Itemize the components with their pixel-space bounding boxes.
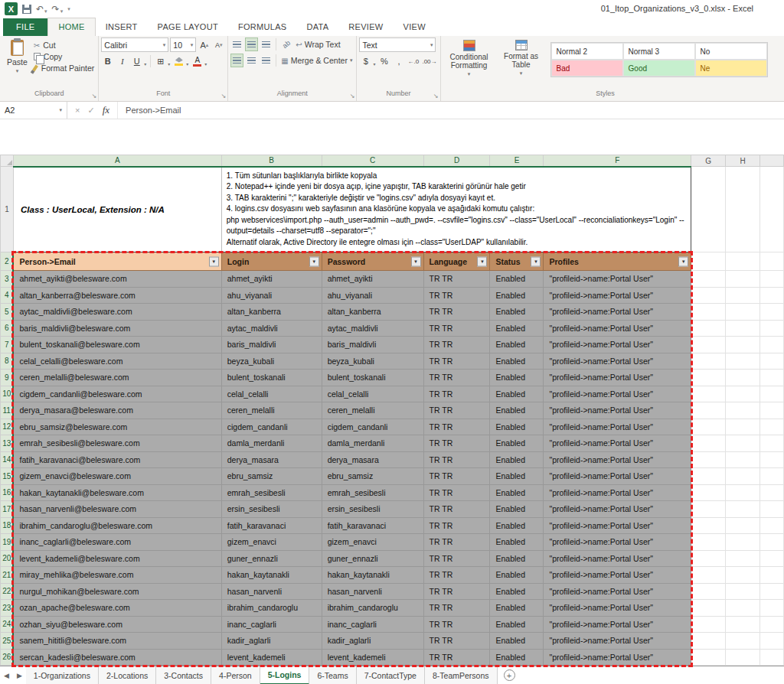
sheet-tab-7-contacttype[interactable]: 7-ContactType	[357, 666, 425, 684]
table-header-password[interactable]: Password▼	[322, 252, 423, 271]
cell-D8[interactable]: TR TR	[423, 353, 490, 370]
cell-F12[interactable]: "profileid->name:Portal User"	[544, 419, 691, 435]
cell-empty[interactable]	[691, 534, 726, 551]
cell-B14[interactable]: derya_masara	[221, 451, 322, 468]
cell-A25[interactable]: sanem_hititli@belesware.com	[13, 633, 221, 650]
cell-A11[interactable]: derya_masara@belesware.com	[13, 402, 221, 419]
cell-E9[interactable]: Enabled	[490, 370, 544, 386]
ribbon-tab-formulas[interactable]: FORMULAS	[228, 18, 297, 36]
cell-A26[interactable]: sercan_kadesli@belesware.com	[13, 649, 221, 666]
cell-empty[interactable]	[691, 304, 726, 321]
cell-F19[interactable]: "profileid->name:Portal User"	[544, 534, 691, 551]
cell-B6[interactable]: aytac_maldivli	[221, 320, 322, 337]
cell-A23[interactable]: ozan_apache@belesware.com	[13, 600, 221, 617]
cell-E16[interactable]: Enabled	[490, 484, 544, 501]
cell-style-bad[interactable]: Bad	[551, 60, 623, 77]
underline-button[interactable]: U	[130, 54, 143, 68]
enter-button[interactable]: ✓	[87, 106, 94, 116]
redo-button[interactable]: ↷▾	[52, 4, 64, 15]
column-header-A[interactable]: A	[13, 155, 221, 167]
cell-empty[interactable]	[726, 402, 760, 419]
cell-empty[interactable]	[691, 320, 726, 337]
ribbon-tab-insert[interactable]: INSERT	[96, 18, 148, 36]
cell-empty[interactable]	[691, 402, 726, 419]
cell-F5[interactable]: "profileid->name:Portal User"	[544, 304, 691, 321]
cell-A7[interactable]: bulent_toskanali@belesware.com	[13, 337, 221, 353]
cell-D5[interactable]: TR TR	[423, 304, 490, 321]
cell-D10[interactable]: TR TR	[423, 386, 490, 402]
cell-D26[interactable]: TR TR	[423, 649, 490, 666]
filter-dropdown-button[interactable]: ▼	[411, 256, 421, 266]
cell-C22[interactable]: hasan_narvenli	[322, 583, 423, 600]
cell-E14[interactable]: Enabled	[490, 451, 544, 468]
cell-A12[interactable]: ebru_samsiz@belesware.com	[13, 419, 221, 435]
cell-B21[interactable]: hakan_kaytanakli	[221, 567, 322, 584]
cell-A10[interactable]: cigdem_candanli@belesware.com	[13, 386, 221, 402]
column-header-filler[interactable]	[760, 155, 784, 167]
paste-button[interactable]: Paste ▾	[2, 37, 32, 77]
cell-C4[interactable]: ahu_viyanali	[322, 287, 423, 304]
cell-empty[interactable]	[760, 320, 784, 337]
sheet-tab-1-organizations[interactable]: 1-Organizations	[26, 666, 99, 684]
cell-empty[interactable]	[691, 337, 726, 353]
row-header-21[interactable]: 21	[1, 567, 14, 584]
column-header-D[interactable]: D	[423, 155, 490, 167]
cell-B19[interactable]: gizem_enavci	[221, 534, 322, 551]
cell-empty[interactable]	[760, 468, 784, 485]
cell-style-no[interactable]: No	[695, 43, 767, 60]
cell-B26[interactable]: levent_kademeli	[221, 649, 322, 666]
row-header-4[interactable]: 4	[1, 287, 14, 304]
cell-C17[interactable]: ersin_sesibesli	[322, 501, 423, 518]
filter-dropdown-button[interactable]: ▼	[678, 256, 688, 266]
cell-B24[interactable]: inanc_caglarli	[221, 616, 322, 633]
table-header-person-email[interactable]: Person->Email▼	[13, 252, 221, 271]
comma-style-button[interactable]: ,	[392, 54, 405, 68]
cell-empty[interactable]	[726, 435, 760, 452]
cell-empty[interactable]	[691, 370, 726, 386]
align-right-button[interactable]	[260, 54, 273, 67]
cell-empty[interactable]	[760, 583, 784, 600]
cell-F4[interactable]: "profileid->name:Portal User"	[544, 287, 691, 304]
row-header-12[interactable]: 12	[1, 419, 14, 435]
cell-B9[interactable]: bulent_toskanali	[221, 370, 322, 386]
sheet-tab-5-logins[interactable]: 5-Logins	[260, 666, 310, 684]
cell-empty[interactable]	[726, 337, 760, 353]
row-header-25[interactable]: 25	[1, 633, 14, 650]
cut-button[interactable]: ✂Cut	[34, 41, 94, 50]
row-header-17[interactable]: 17	[1, 501, 14, 518]
cell-E6[interactable]: Enabled	[490, 320, 544, 337]
cell-C11[interactable]: ceren_melalli	[322, 402, 423, 419]
cell-A9[interactable]: ceren_melalli@belesware.com	[13, 370, 221, 386]
cell-F8[interactable]: "profileid->name:Portal User"	[544, 353, 691, 370]
cell-C16[interactable]: emrah_sesibesli	[322, 484, 423, 501]
cell-B8[interactable]: beyza_kubali	[221, 353, 322, 370]
cell-D24[interactable]: TR TR	[423, 616, 490, 633]
cell-D3[interactable]: TR TR	[423, 271, 490, 288]
cell-empty[interactable]	[726, 304, 760, 321]
cell-style-normal-3[interactable]: Normal 3	[623, 43, 695, 60]
cell-B7[interactable]: baris_maldivli	[221, 337, 322, 353]
cell-F14[interactable]: "profileid->name:Portal User"	[544, 451, 691, 468]
percent-style-button[interactable]: %	[377, 54, 390, 68]
cell-empty[interactable]	[691, 583, 726, 600]
cell-empty[interactable]	[691, 252, 726, 271]
middle-align-button[interactable]	[245, 37, 258, 51]
cell-B3[interactable]: ahmet_ayikti	[221, 271, 322, 288]
cell-empty[interactable]	[726, 386, 760, 402]
chevron-down-icon[interactable]: ▾	[144, 61, 146, 67]
increase-font-size-button[interactable]: A▴	[198, 38, 211, 52]
row-header-3[interactable]: 3	[1, 271, 14, 288]
cell-D19[interactable]: TR TR	[423, 534, 490, 551]
ribbon-tab-file[interactable]: FILE	[3, 18, 47, 36]
cell-E24[interactable]: Enabled	[490, 616, 544, 633]
column-header-E[interactable]: E	[490, 155, 544, 167]
cell-D14[interactable]: TR TR	[423, 451, 490, 468]
row-header-15[interactable]: 15	[1, 468, 14, 485]
cell-empty[interactable]	[691, 484, 726, 501]
cell-empty[interactable]	[760, 252, 784, 271]
table-header-language[interactable]: Language▼	[423, 252, 490, 271]
chevron-down-icon[interactable]: ▾	[204, 61, 207, 67]
cell-B15[interactable]: ebru_samsiz	[221, 468, 322, 485]
row-header-6[interactable]: 6	[1, 320, 14, 337]
cell-F10[interactable]: "profileid->name:Portal User"	[544, 386, 691, 402]
